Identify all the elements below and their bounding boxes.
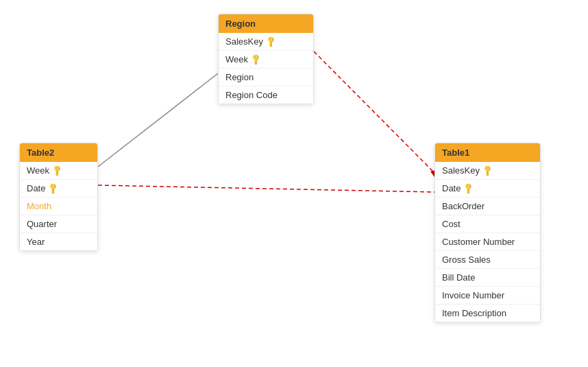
- table1-saleskey-key-icon: 🔑: [480, 164, 493, 177]
- table2-field-quarter: Quarter: [20, 215, 97, 233]
- table2-field-month: Month: [20, 198, 97, 215]
- table1-card: Table1 SalesKey 🔑 Date 🔑 BackOrder Cost …: [434, 143, 541, 322]
- region-week-label: Week: [225, 54, 248, 64]
- table2-field-week: Week 🔑: [20, 162, 97, 180]
- svg-line-4: [314, 51, 434, 173]
- table1-billdate-label: Bill Date: [442, 272, 475, 283]
- region-fields: SalesKey 🔑 Week 🔑 Region Region Code: [219, 33, 313, 104]
- table1-customernumber-label: Customer Number: [442, 237, 515, 247]
- table1-saleskey-label: SalesKey: [442, 165, 480, 176]
- table2-field-year: Year: [20, 233, 97, 250]
- table1-backorder-label: BackOrder: [442, 201, 485, 211]
- table1-invoicenumber-label: Invoice Number: [442, 290, 504, 300]
- region-region-label: Region: [225, 72, 254, 82]
- table2-week-key-icon: 🔑: [50, 164, 63, 177]
- region-card: Region SalesKey 🔑 Week 🔑 Region Region C…: [218, 14, 314, 104]
- svg-line-0: [98, 73, 218, 167]
- table2-field-date: Date 🔑: [20, 180, 97, 198]
- region-saleskey-key-icon: 🔑: [264, 35, 277, 48]
- table1-header: Table1: [435, 143, 540, 162]
- table2-fields: Week 🔑 Date 🔑 Month Quarter Year: [20, 162, 97, 250]
- region-field-regioncode: Region Code: [219, 86, 313, 104]
- region-field-region: Region: [219, 69, 313, 86]
- table1-grosssales-label: Gross Sales: [442, 254, 491, 265]
- table2-week-label: Week: [27, 165, 49, 176]
- table2-quarter-label: Quarter: [27, 219, 57, 229]
- table1-field-cost: Cost: [435, 215, 540, 233]
- table1-field-invoicenumber: Invoice Number: [435, 287, 540, 305]
- region-field-saleskey: SalesKey 🔑: [219, 33, 313, 51]
- table1-field-billdate: Bill Date: [435, 269, 540, 287]
- table1-field-date: Date 🔑: [435, 180, 540, 198]
- table1-date-label: Date: [442, 183, 461, 193]
- region-regioncode-label: Region Code: [225, 90, 278, 100]
- diagram-canvas: Table2 Week 🔑 Date 🔑 Month Quarter Year …: [0, 0, 588, 367]
- table2-date-key-icon: 🔑: [47, 182, 60, 195]
- table2-date-label: Date: [27, 183, 45, 193]
- table2-month-label: Month: [27, 201, 51, 211]
- region-week-key-icon: 🔑: [249, 53, 262, 66]
- svg-line-1: [98, 185, 434, 192]
- table1-field-customernumber: Customer Number: [435, 233, 540, 251]
- region-saleskey-label: SalesKey: [225, 36, 263, 47]
- table1-field-grosssales: Gross Sales: [435, 251, 540, 269]
- table1-field-saleskey: SalesKey 🔑: [435, 162, 540, 180]
- table1-date-key-icon: 🔑: [462, 182, 475, 195]
- table2-card: Table2 Week 🔑 Date 🔑 Month Quarter Year: [19, 143, 98, 251]
- region-header: Region: [219, 14, 313, 33]
- table2-header: Table2: [20, 143, 97, 162]
- table2-year-label: Year: [27, 237, 45, 247]
- table1-field-itemdescription: Item Description: [435, 305, 540, 322]
- table1-field-backorder: BackOrder: [435, 198, 540, 215]
- table1-fields: SalesKey 🔑 Date 🔑 BackOrder Cost Custome…: [435, 162, 540, 322]
- table1-itemdescription-label: Item Description: [442, 308, 506, 318]
- region-field-week: Week 🔑: [219, 51, 313, 69]
- table1-cost-label: Cost: [442, 219, 461, 229]
